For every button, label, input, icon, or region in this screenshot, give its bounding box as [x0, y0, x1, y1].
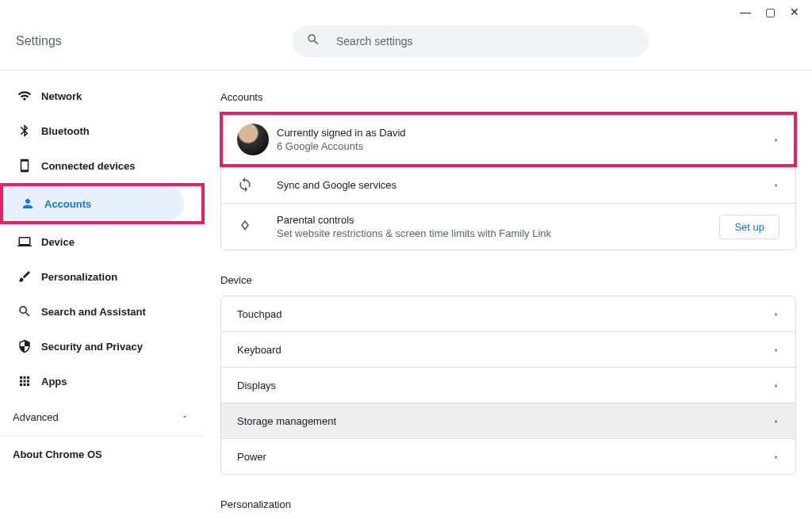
- brush-icon: [17, 269, 41, 284]
- sidebar-about[interactable]: About Chrome OS: [0, 436, 205, 473]
- chevron-right-icon: [773, 307, 779, 321]
- laptop-icon: [17, 235, 41, 249]
- sync-icon: [237, 177, 277, 193]
- row-title: Keyboard: [237, 344, 773, 356]
- row-keyboard[interactable]: Keyboard: [221, 331, 795, 367]
- sidebar-item-network[interactable]: Network: [0, 78, 184, 113]
- avatar: [237, 124, 269, 155]
- sidebar-item-label: Connected devices: [41, 160, 136, 172]
- sidebar-item-label: Apps: [41, 376, 67, 387]
- sidebar-item-bluetooth[interactable]: Bluetooth: [0, 113, 184, 148]
- chevron-right-icon: [773, 414, 779, 428]
- chevron-right-icon: [773, 378, 779, 392]
- row-title: Sync and Google services: [277, 179, 773, 191]
- search-icon: [17, 304, 41, 319]
- sidebar-item-personalization[interactable]: Personalization: [0, 259, 184, 294]
- chevron-right-icon: [773, 342, 779, 357]
- row-storage-management[interactable]: Storage management: [221, 403, 795, 438]
- sidebar-item-label: Search and Assistant: [41, 306, 146, 318]
- devices-icon: [17, 158, 41, 173]
- row-power[interactable]: Power: [221, 438, 795, 474]
- section-title-device: Device: [220, 274, 796, 286]
- kite-icon: [237, 219, 277, 235]
- row-title: Displays: [237, 380, 773, 391]
- row-touchpad[interactable]: Touchpad: [221, 296, 795, 331]
- advanced-label: Advanced: [13, 411, 59, 423]
- sidebar-item-label: Security and Privacy: [41, 341, 143, 353]
- page-title: Settings: [16, 34, 292, 48]
- about-label: About Chrome OS: [13, 448, 102, 460]
- person-icon: [21, 197, 44, 211]
- chevron-right-icon: [773, 449, 779, 464]
- section-title-personalization: Personalization: [220, 498, 796, 510]
- search-icon: [306, 32, 336, 50]
- sidebar-item-label: Personalization: [41, 271, 117, 283]
- sidebar-advanced[interactable]: Advanced: [0, 399, 205, 436]
- close-button[interactable]: ✕: [790, 6, 799, 17]
- chevron-right-icon: [773, 132, 779, 147]
- sidebar-item-search-assistant[interactable]: Search and Assistant: [0, 294, 184, 329]
- row-subtitle: Set website restrictions & screen time l…: [277, 227, 711, 239]
- section-title-accounts: Accounts: [220, 91, 796, 103]
- row-title: Storage management: [237, 415, 773, 427]
- accounts-highlight: Accounts: [0, 183, 205, 224]
- row-title: Touchpad: [237, 308, 773, 320]
- window-controls: — ▢ ✕: [0, 0, 812, 17]
- sidebar-item-security-privacy[interactable]: Security and Privacy: [0, 329, 184, 364]
- sidebar-item-label: Device: [41, 236, 75, 248]
- sidebar-item-device[interactable]: Device: [0, 224, 184, 259]
- search-input[interactable]: [336, 35, 634, 48]
- row-displays[interactable]: Displays: [221, 367, 795, 403]
- shield-icon: [17, 339, 41, 353]
- row-title: Parental controls: [277, 214, 711, 226]
- sidebar-item-label: Bluetooth: [41, 125, 90, 137]
- minimize-button[interactable]: —: [740, 6, 751, 17]
- wifi-icon: [17, 89, 41, 103]
- sidebar-item-accounts[interactable]: Accounts: [3, 186, 184, 221]
- row-title: Currently signed in as David: [277, 127, 773, 139]
- sidebar: Network Bluetooth Connected devices Acco…: [0, 71, 205, 519]
- maximize-button[interactable]: ▢: [765, 6, 776, 17]
- set-up-button[interactable]: Set up: [719, 215, 779, 239]
- header: Settings: [0, 17, 812, 71]
- apps-icon: [17, 374, 41, 388]
- chevron-right-icon: [773, 177, 779, 192]
- row-subtitle: 6 Google Accounts: [277, 140, 773, 152]
- device-card: Touchpad Keyboard Displays Storage manag…: [220, 296, 796, 475]
- sidebar-item-apps[interactable]: Apps: [0, 364, 184, 399]
- sidebar-item-connected-devices[interactable]: Connected devices: [0, 148, 184, 183]
- main-content: Accounts Currently signed in as David 6 …: [205, 71, 812, 519]
- sidebar-item-label: Network: [41, 90, 82, 102]
- row-title: Power: [237, 451, 773, 463]
- bluetooth-icon: [17, 124, 41, 138]
- row-sync-google-services[interactable]: Sync and Google services: [221, 166, 795, 203]
- accounts-card: Currently signed in as David 6 Google Ac…: [220, 113, 796, 250]
- sidebar-item-label: Accounts: [44, 198, 91, 210]
- row-current-account[interactable]: Currently signed in as David 6 Google Ac…: [221, 113, 795, 166]
- search-bar[interactable]: [292, 25, 649, 57]
- row-parental-controls[interactable]: Parental controls Set website restrictio…: [221, 203, 795, 250]
- chevron-down-icon: [181, 410, 189, 424]
